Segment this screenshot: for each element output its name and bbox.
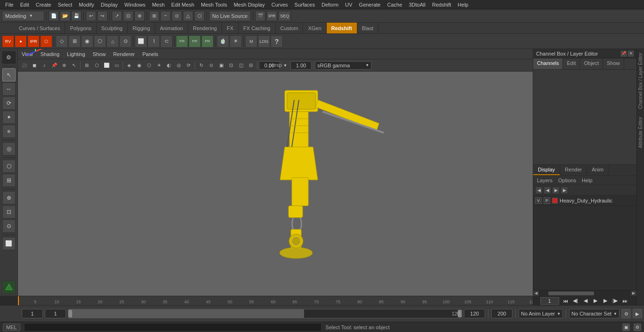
script-input[interactable] bbox=[24, 323, 322, 332]
rs-pr1-btn[interactable]: PR bbox=[176, 35, 188, 48]
scroll-track[interactable] bbox=[539, 292, 631, 295]
new-file-btn[interactable]: 📄 bbox=[49, 11, 59, 21]
vp-display-icon[interactable]: ⬜ bbox=[102, 61, 111, 70]
layer-tab-display[interactable]: Display bbox=[533, 165, 560, 175]
tab-rigging[interactable]: Rigging bbox=[128, 23, 155, 33]
menu-redshift[interactable]: Redshift bbox=[429, 1, 454, 8]
menu-select[interactable]: Select bbox=[55, 1, 76, 8]
open-file-btn[interactable]: 📂 bbox=[60, 11, 70, 21]
timeline[interactable]: 1510152025303540455055606570758085909510… bbox=[0, 296, 644, 305]
cb-tab-show[interactable]: Show bbox=[603, 58, 624, 69]
redo-btn[interactable]: ↪ bbox=[97, 11, 107, 21]
layer-menu-help[interactable]: Help bbox=[580, 178, 594, 183]
menu-surfaces[interactable]: Surfaces bbox=[291, 1, 318, 8]
status-icon1[interactable]: ▣ bbox=[622, 324, 630, 331]
rs-shape4-btn[interactable]: ⬡ bbox=[94, 35, 106, 48]
cb-tab-channels[interactable]: Channels bbox=[533, 58, 563, 69]
snap-point-btn[interactable]: ⊙ bbox=[172, 11, 182, 21]
layer-right2-arrow-btn[interactable]: ▶ bbox=[561, 186, 568, 194]
menu-display[interactable]: Display bbox=[98, 1, 121, 8]
rs-mat-btn[interactable]: M bbox=[245, 35, 257, 48]
render-btn[interactable]: 🎬 bbox=[255, 11, 265, 21]
rs-log2-btn[interactable]: LOG bbox=[258, 35, 270, 48]
scale-tool[interactable]: ✦ bbox=[2, 111, 16, 124]
vp-texture-icon[interactable]: ⬡ bbox=[144, 61, 154, 70]
vp-shadow-icon[interactable]: ◐ bbox=[164, 61, 173, 70]
mode-dropdown[interactable]: Modeling ▼ bbox=[2, 11, 44, 21]
tab-fx-caching[interactable]: FX Caching bbox=[239, 23, 275, 33]
rs-shape2-btn[interactable]: ⊞ bbox=[68, 35, 81, 48]
prev-key-btn[interactable]: ◀| bbox=[571, 296, 580, 306]
layer-visible-btn[interactable]: V bbox=[535, 197, 542, 204]
snap-view-btn[interactable]: △ bbox=[183, 11, 193, 21]
vp-shading-icon[interactable]: ◉ bbox=[134, 61, 144, 70]
playhead[interactable] bbox=[18, 296, 19, 305]
vp-menu-show[interactable]: Show bbox=[91, 51, 108, 57]
vp-colorspace-dropdown[interactable]: sRGB gamma ▼ bbox=[315, 61, 372, 70]
layer-playback-btn[interactable]: P bbox=[544, 197, 550, 204]
scroll-right-btn[interactable]: ▶ bbox=[631, 291, 636, 296]
layer-left-arrow-btn[interactable]: ◀ bbox=[535, 186, 543, 194]
edge-tab-attribute-editor[interactable]: Attribute Editor bbox=[637, 113, 644, 152]
rotate-tool[interactable]: ⟳ bbox=[2, 97, 16, 110]
skip-back-btn[interactable]: ⏮ bbox=[561, 296, 570, 306]
tab-curves-surfaces[interactable]: Curves / Surfaces bbox=[14, 23, 65, 33]
layer-item[interactable]: V P Heavy_Duty_Hydraulic bbox=[533, 195, 636, 206]
vp-icon6[interactable]: ↖ bbox=[69, 61, 79, 70]
transform-tool[interactable]: ⊕ bbox=[2, 125, 16, 138]
rs-shape6-btn[interactable]: ⊙ bbox=[119, 35, 132, 48]
next-key-btn[interactable]: |▶ bbox=[611, 296, 620, 306]
select-tool-btn[interactable]: ↗ bbox=[112, 11, 122, 21]
vp-value2-input[interactable] bbox=[290, 61, 312, 70]
measure-tool[interactable]: ⊕ bbox=[2, 191, 16, 204]
cb-tab-object[interactable]: Object bbox=[580, 58, 603, 69]
layer-right-arrow-btn[interactable]: ▶ bbox=[552, 186, 560, 194]
scroll-left-btn[interactable]: ◀ bbox=[533, 291, 539, 296]
layer-tab-render[interactable]: Render bbox=[560, 165, 587, 175]
menu-deform[interactable]: Deform bbox=[318, 1, 342, 8]
menu-file[interactable]: File bbox=[2, 1, 17, 8]
menu-mesh-display[interactable]: Mesh Display bbox=[231, 1, 268, 8]
scroll-thumb[interactable] bbox=[548, 292, 594, 295]
vp-dof-icon[interactable]: ⟳ bbox=[184, 61, 193, 70]
tab-blast[interactable]: Blast bbox=[357, 23, 379, 33]
select-tool[interactable]: ↖ bbox=[2, 68, 16, 81]
vp-menu-lighting[interactable]: Lighting bbox=[65, 51, 87, 57]
tab-custom[interactable]: Custom bbox=[276, 23, 304, 33]
grid-tool[interactable]: ⊡ bbox=[2, 205, 16, 219]
rs-shape5-btn[interactable]: ⌂ bbox=[107, 35, 119, 48]
undo-btn[interactable]: ↩ bbox=[86, 11, 96, 21]
menu-create[interactable]: Create bbox=[33, 1, 55, 8]
vp-ao-icon[interactable]: ◎ bbox=[174, 61, 183, 70]
tab-rendering[interactable]: Rendering bbox=[188, 23, 222, 33]
rs-shape7-btn[interactable]: ⌇ bbox=[148, 35, 160, 48]
menu-edit[interactable]: Edit bbox=[17, 1, 33, 8]
vp-res-icon[interactable]: ◈ bbox=[124, 61, 134, 70]
tab-redshift[interactable]: Redshift bbox=[327, 23, 357, 33]
layer-color-swatch[interactable] bbox=[552, 198, 558, 203]
paint-tool[interactable]: ⊞ bbox=[2, 174, 16, 187]
bb-range-bar[interactable]: 120 bbox=[68, 309, 462, 318]
rs-ipr2-btn[interactable]: IPR bbox=[27, 35, 40, 48]
bb-range-thumb-left[interactable] bbox=[68, 310, 72, 317]
snap-tool[interactable]: ⊙ bbox=[2, 219, 16, 233]
timeline-ruler[interactable]: 1510152025303540455055606570758085909510… bbox=[18, 296, 533, 305]
status-icon2[interactable]: ⚙ bbox=[634, 324, 641, 331]
edge-tab-channel-box[interactable]: Channel Box / Layer Editor bbox=[637, 49, 644, 113]
bb-icon1[interactable]: ⚙ bbox=[621, 309, 631, 318]
layer-tab-anim[interactable]: Anim bbox=[587, 165, 609, 175]
rs-shape3-btn[interactable]: ◉ bbox=[81, 35, 93, 48]
rs-help-btn[interactable]: ? bbox=[271, 35, 283, 48]
vp-hud-icon[interactable]: ▣ bbox=[216, 61, 226, 70]
play-btn[interactable]: ▶ bbox=[591, 296, 600, 306]
tab-polygons[interactable]: Polygons bbox=[65, 23, 96, 33]
layer-menu-layers[interactable]: Layers bbox=[535, 178, 554, 183]
menu-3dtoall[interactable]: 3DtoAll bbox=[405, 1, 429, 8]
rs-bowl-btn[interactable]: 🍵 bbox=[217, 35, 229, 48]
menu-help[interactable]: Help bbox=[454, 1, 472, 8]
bb-icon2[interactable]: ▶ bbox=[633, 309, 642, 318]
tab-sculpting[interactable]: Sculpting bbox=[97, 23, 128, 33]
rs-rv-btn[interactable]: RV bbox=[2, 35, 14, 48]
layer-scrollbar[interactable]: ◀ ▶ bbox=[533, 290, 636, 296]
vp-grid-icon[interactable]: ⊞ bbox=[82, 61, 91, 70]
